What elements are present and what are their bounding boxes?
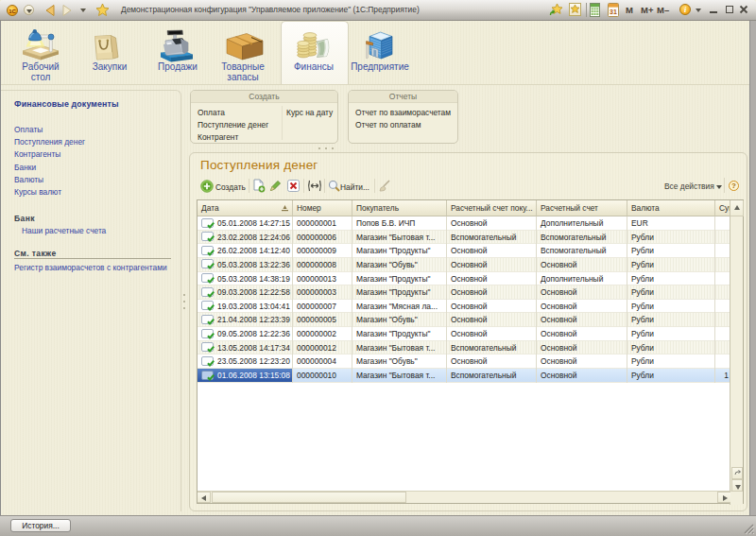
svg-text:31: 31 — [610, 9, 617, 15]
